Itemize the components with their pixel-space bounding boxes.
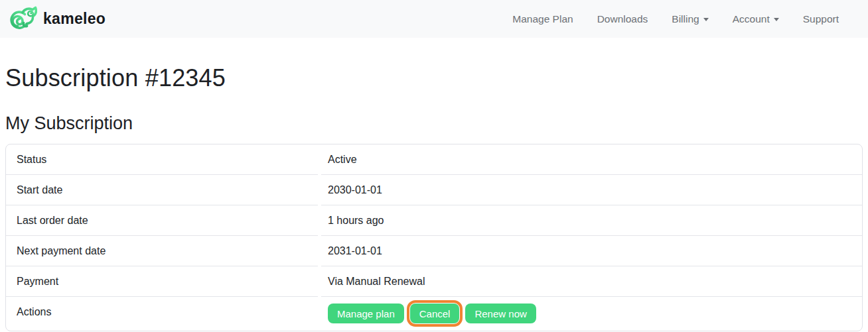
brand-name: kameleo xyxy=(43,10,106,28)
kameleo-logo-icon xyxy=(7,4,37,34)
chevron-down-icon xyxy=(774,18,779,21)
subscription-table: Status Active Start date 2030-01-01 Last… xyxy=(5,144,863,331)
row-label: Next payment date xyxy=(6,236,318,266)
nav-item-manage-plan[interactable]: Manage Plan xyxy=(500,8,585,30)
table-row-next-payment-date: Next payment date 2031-01-01 xyxy=(6,236,862,266)
start-date-value: 2030-01-01 xyxy=(321,175,862,205)
cancel-button[interactable]: Cancel xyxy=(410,304,460,323)
nav-item-support[interactable]: Support xyxy=(791,8,851,30)
row-label: Last order date xyxy=(6,205,318,236)
payment-value: Via Manual Renewal xyxy=(321,266,862,297)
table-row-status: Status Active xyxy=(6,144,862,175)
nav-item-label: Support xyxy=(803,13,839,25)
last-order-date-value: 1 hours ago xyxy=(321,205,862,236)
table-row-start-date: Start date 2030-01-01 xyxy=(6,175,862,205)
nav-item-label: Billing xyxy=(672,13,699,25)
status-value: Active xyxy=(321,144,862,175)
nav-item-label: Manage Plan xyxy=(512,13,573,25)
next-payment-date-value: 2031-01-01 xyxy=(321,236,862,266)
table-row-payment: Payment Via Manual Renewal xyxy=(6,266,862,297)
row-label: Actions xyxy=(6,297,318,331)
nav-item-label: Account xyxy=(733,13,770,25)
renew-now-button[interactable]: Renew now xyxy=(465,304,536,323)
brand[interactable]: kameleo xyxy=(7,4,106,34)
nav-item-billing[interactable]: Billing xyxy=(660,8,720,30)
row-label: Start date xyxy=(6,175,318,205)
table-row-last-order-date: Last order date 1 hours ago xyxy=(6,205,862,236)
nav-item-label: Downloads xyxy=(597,13,648,25)
manage-plan-button[interactable]: Manage plan xyxy=(328,304,404,323)
row-label: Payment xyxy=(6,266,318,297)
actions-cell: Manage plan Cancel Renew now xyxy=(321,297,862,331)
chevron-down-icon xyxy=(703,18,709,21)
row-label: Status xyxy=(6,144,318,175)
navbar: kameleo Manage Plan Downloads Billing Ac… xyxy=(0,0,868,38)
nav-item-downloads[interactable]: Downloads xyxy=(585,8,660,30)
table-row-actions: Actions Manage plan Cancel Renew now xyxy=(6,297,862,331)
section-title: My Subscription xyxy=(5,113,863,134)
page-title: Subscription #12345 xyxy=(5,64,863,92)
nav-item-account[interactable]: Account xyxy=(721,8,791,30)
main-content: Subscription #12345 My Subscription Stat… xyxy=(0,64,868,331)
main-nav: Manage Plan Downloads Billing Account Su… xyxy=(500,8,851,30)
